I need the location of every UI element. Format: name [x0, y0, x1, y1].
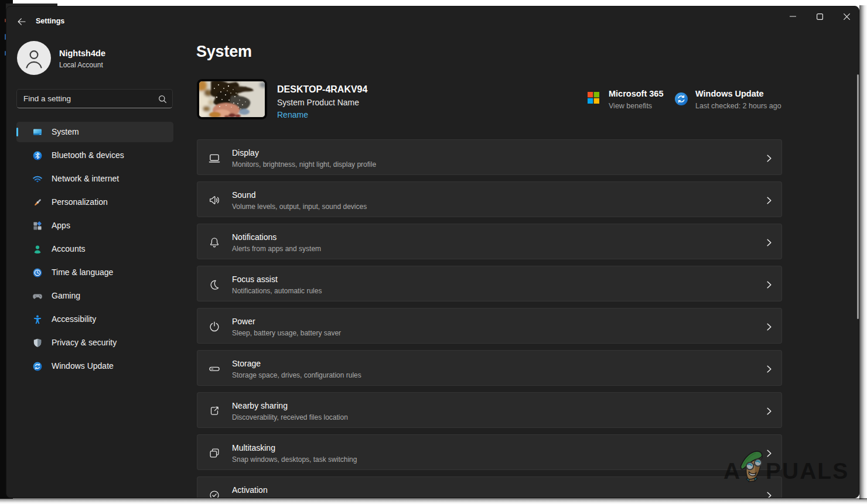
scrollbar-thumb[interactable]: [857, 74, 859, 319]
sidebar-item-network-internet[interactable]: Network & internet: [16, 169, 173, 189]
settings-row-storage[interactable]: StorageStorage space, drives, configurat…: [197, 350, 782, 386]
minimize-icon: [790, 16, 796, 17]
sidebar-item-label: Time & language: [52, 262, 113, 283]
device-photo-thumbnail: [197, 79, 267, 119]
sidebar-item-label: Apps: [52, 215, 70, 236]
settings-row-power[interactable]: PowerSleep, battery usage, battery saver: [197, 308, 782, 344]
chevron-right-icon: [767, 491, 772, 498]
sidebar-item-personalization[interactable]: Personalization: [16, 192, 173, 212]
row-subtitle: Monitors, brightness, night light, displ…: [232, 160, 376, 169]
row-title: Storage: [232, 359, 261, 369]
minimize-button[interactable]: [779, 6, 806, 26]
sidebar-item-accounts[interactable]: Accounts: [16, 239, 173, 259]
sidebar-item-apps[interactable]: Apps: [16, 215, 173, 236]
chevron-right-icon: [767, 407, 772, 414]
row-subtitle: Storage space, drives, configuration rul…: [232, 371, 361, 379]
sidebar-item-gaming[interactable]: Gaming: [16, 286, 173, 306]
back-button[interactable]: [12, 13, 31, 29]
settings-row-multitasking[interactable]: MultitaskingSnap windows, desktops, task…: [197, 434, 782, 470]
bluetooth-icon: [33, 151, 42, 160]
nearby-sharing-icon: [208, 404, 221, 417]
maximize-button[interactable]: [806, 6, 833, 26]
power-icon: [208, 320, 221, 333]
windows-update-title: Windows Update: [695, 89, 764, 99]
back-arrow-icon: [18, 18, 26, 25]
row-title: Multitasking: [232, 443, 275, 453]
sidebar-nav: SystemBluetooth & devicesNetwork & inter…: [16, 122, 173, 379]
privacy-security-icon: [33, 338, 42, 348]
focus-assist-icon: [208, 278, 221, 291]
rename-link[interactable]: Rename: [277, 110, 308, 119]
sidebar-item-label: Accessibility: [52, 309, 96, 330]
sidebar-item-label: Privacy & security: [52, 332, 117, 353]
chevron-right-icon: [767, 280, 772, 288]
close-icon: [844, 13, 850, 20]
accessibility-icon: [33, 315, 42, 324]
watermark-text-prefix: A: [723, 460, 741, 482]
settings-row-display[interactable]: DisplayMonitors, brightness, night light…: [197, 139, 782, 175]
close-button[interactable]: [833, 6, 859, 26]
chevron-right-icon: [767, 238, 772, 246]
sidebar-item-time-language[interactable]: Time & language: [16, 262, 173, 283]
device-name: DESKTOP-4RAKV94: [277, 84, 367, 95]
row-title: Display: [232, 148, 259, 158]
sidebar-item-accessibility[interactable]: Accessibility: [16, 309, 173, 330]
sidebar-item-label: Network & internet: [52, 169, 119, 189]
gaming-icon: [33, 292, 42, 301]
storage-icon: [208, 362, 221, 375]
user-account-type: Local Account: [59, 61, 103, 69]
row-subtitle: Snap windows, desktops, task switching: [232, 455, 357, 464]
settings-row-notifications[interactable]: NotificationsAlerts from apps and system: [197, 224, 782, 259]
windows-update-status: Last checked: 2 hours ago: [695, 102, 781, 111]
row-subtitle: Volume levels, output, input, sound devi…: [232, 203, 367, 211]
settings-window: Settings Nightsh4de Local Account System…: [6, 6, 859, 498]
row-title: Notifications: [232, 232, 277, 242]
sound-icon: [208, 194, 221, 207]
display-icon: [208, 152, 221, 164]
accounts-icon: [33, 245, 42, 254]
row-subtitle: Alerts from apps and system: [232, 245, 321, 253]
apps-icon: [33, 221, 42, 231]
appuals-mascot-icon: [740, 447, 764, 484]
settings-row-sound[interactable]: SoundVolume levels, output, input, sound…: [197, 181, 782, 217]
chevron-right-icon: [767, 323, 772, 330]
sidebar-item-bluetooth-devices[interactable]: Bluetooth & devices: [16, 145, 173, 166]
sidebar-item-label: Bluetooth & devices: [52, 145, 124, 166]
screenshot-canvas: { "titlebar": { "title": "Settings", "mi…: [0, 0, 867, 504]
user-name: Nightsh4de: [59, 49, 105, 59]
row-title: Power: [232, 317, 255, 327]
avatar[interactable]: [17, 41, 51, 75]
chevron-right-icon: [767, 449, 772, 457]
chevron-right-icon: [767, 365, 772, 372]
row-subtitle: Notifications, automatic rules: [232, 287, 322, 295]
sidebar-item-label: Accounts: [52, 239, 86, 259]
update-sync-icon: [675, 92, 688, 105]
row-subtitle: Sleep, battery usage, battery saver: [232, 329, 341, 337]
row-title: Activation: [232, 485, 268, 495]
page-title: System: [196, 42, 252, 61]
system-icon: [33, 128, 42, 137]
window-shadow-right: [859, 5, 867, 499]
sidebar-item-privacy-security[interactable]: Privacy & security: [16, 332, 173, 353]
row-title: Nearby sharing: [232, 401, 288, 411]
settings-row-nearby-sharing[interactable]: Nearby sharingDiscoverability, received …: [197, 392, 782, 428]
window-shadow-bottom: [0, 498, 867, 504]
sidebar-item-system[interactable]: System: [16, 122, 173, 142]
personalization-icon: [33, 198, 42, 207]
settings-row-focus-assist[interactable]: Focus assistNotifications, automatic rul…: [197, 266, 782, 301]
settings-row-activation[interactable]: ActivationActivation state, subscription…: [197, 476, 782, 498]
search-input[interactable]: [17, 90, 172, 108]
sidebar-item-label: Personalization: [52, 192, 108, 212]
selected-indicator: [16, 128, 18, 136]
activation-icon: [208, 489, 221, 499]
search-box[interactable]: [16, 89, 173, 108]
sidebar-item-windows-update[interactable]: Windows Update: [16, 356, 173, 376]
search-icon: [158, 95, 167, 104]
watermark-text-suffix: PUALS: [766, 460, 849, 482]
row-subtitle: Discoverability, received files location: [232, 413, 348, 421]
time-language-icon: [33, 268, 42, 277]
row-title: Focus assist: [232, 275, 278, 284]
microsoft-365-title: Microsoft 365: [609, 89, 663, 99]
view-benefits-link[interactable]: View benefits: [609, 102, 652, 111]
windows-update-icon: [33, 362, 42, 371]
